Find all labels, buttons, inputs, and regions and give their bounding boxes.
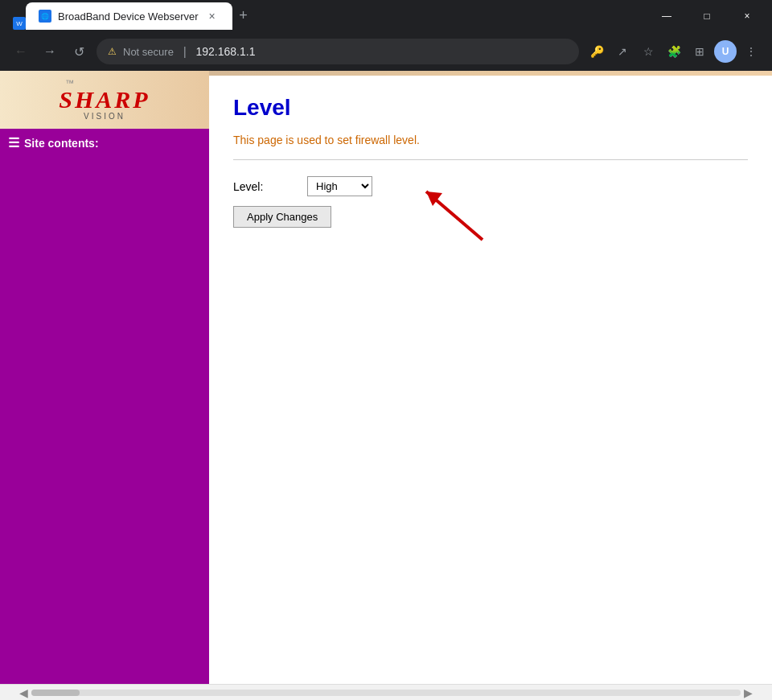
key-icon[interactable]: 🔑 bbox=[585, 40, 608, 63]
site-contents-label: ☰ Site contents: bbox=[0, 129, 209, 154]
apply-changes-button[interactable]: Apply Changes bbox=[233, 206, 331, 228]
forward-button[interactable]: → bbox=[39, 40, 61, 63]
address-bar-input[interactable]: ⚠ Not secure | 192.168.1.1 bbox=[96, 39, 579, 64]
hamburger-icon: ☰ bbox=[8, 135, 19, 150]
divider bbox=[233, 159, 748, 160]
minimize-button[interactable]: — bbox=[648, 3, 685, 29]
header-bar bbox=[209, 71, 772, 76]
logo-text: SHARP bbox=[59, 88, 150, 112]
more-options-icon[interactable]: ⋮ bbox=[740, 40, 762, 63]
tab-close-button[interactable]: × bbox=[205, 9, 220, 23]
tab-title: BroadBand Device Webserver bbox=[58, 10, 199, 23]
apply-form-row: Apply Changes bbox=[233, 206, 748, 228]
back-button[interactable]: ← bbox=[10, 40, 32, 63]
bottom-scrollbar[interactable]: ◀ ▶ bbox=[0, 684, 772, 700]
level-form-row: Level: High Medium Low bbox=[233, 176, 748, 196]
profile-button[interactable]: U bbox=[714, 40, 737, 63]
share-icon[interactable]: ↗ bbox=[611, 40, 634, 63]
page-description: This page is used to set firewall level. bbox=[233, 134, 748, 146]
url-separator: | bbox=[183, 45, 187, 58]
tab-icon: 🌐 bbox=[39, 10, 51, 23]
page-title: Level bbox=[233, 95, 748, 121]
browser-menu-icon[interactable]: ⊞ bbox=[688, 40, 711, 63]
content-area: Level This page is used to set firewall … bbox=[209, 71, 772, 684]
level-label: Level: bbox=[233, 180, 298, 193]
not-secure-icon: ⚠ bbox=[108, 46, 117, 57]
url-display: 192.168.1.1 bbox=[196, 45, 256, 58]
tab-favicon: W bbox=[13, 17, 26, 30]
window-close-button[interactable]: × bbox=[729, 3, 766, 29]
level-select[interactable]: High Medium Low bbox=[307, 176, 372, 196]
scroll-left-arrow[interactable]: ◀ bbox=[16, 686, 31, 699]
scroll-right-arrow[interactable]: ▶ bbox=[741, 686, 756, 699]
logo-area: ™ SHARP VISION bbox=[0, 71, 209, 129]
reload-button[interactable]: ↺ bbox=[68, 40, 90, 63]
scroll-track[interactable] bbox=[31, 690, 741, 696]
bookmark-icon[interactable]: ☆ bbox=[637, 40, 659, 63]
sidebar: ™ SHARP VISION ☰ Site contents: bbox=[0, 71, 209, 684]
not-secure-label: Not secure bbox=[123, 46, 174, 58]
scroll-thumb[interactable] bbox=[31, 690, 80, 696]
new-tab-button[interactable]: + bbox=[232, 4, 255, 27]
extension-icon[interactable]: 🧩 bbox=[663, 40, 685, 63]
active-tab[interactable]: 🌐 BroadBand Device Webserver × bbox=[26, 2, 232, 30]
logo-subtitle: VISION bbox=[59, 112, 150, 121]
maximize-button[interactable]: □ bbox=[688, 3, 725, 29]
